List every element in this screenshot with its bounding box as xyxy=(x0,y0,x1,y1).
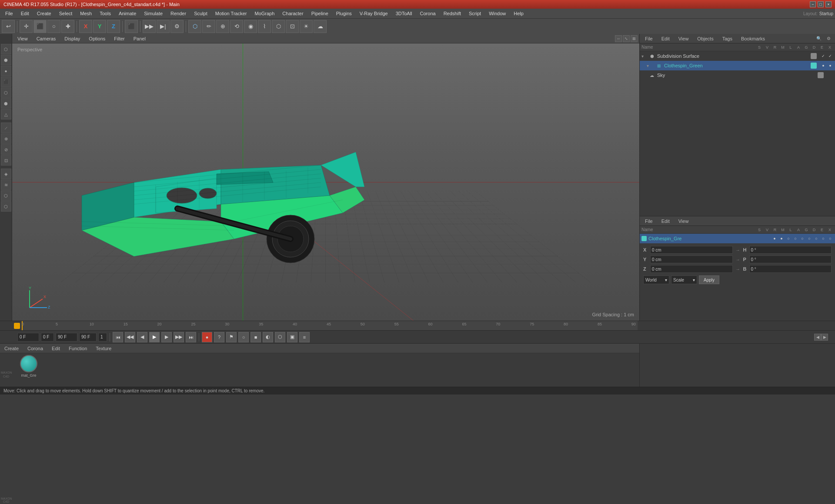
h-rotation-field[interactable]: 0 ° xyxy=(749,246,832,254)
vp-fullscreen-btn[interactable]: ⤡ xyxy=(623,35,630,42)
scroll-left-btn[interactable]: ◀ xyxy=(814,334,821,341)
vp-expand-btn[interactable]: ↔ xyxy=(615,35,622,42)
next-key-button[interactable]: ▶▶ xyxy=(174,332,184,342)
x-position-field[interactable]: 0 cm xyxy=(650,246,733,254)
deform-btn[interactable]: ⟲ xyxy=(230,20,243,33)
attr-tab-view[interactable]: View xyxy=(676,218,691,225)
menu-plugins[interactable]: Plugins xyxy=(333,10,355,17)
attr-icon-7[interactable]: ○ xyxy=(813,236,819,241)
step-field[interactable]: 1 xyxy=(98,333,107,342)
menu-pipeline[interactable]: Pipeline xyxy=(308,10,332,17)
sub-check-2[interactable]: ✓ xyxy=(827,54,833,58)
cloth-check-2[interactable]: ● xyxy=(827,63,833,68)
z-position-field[interactable]: 0 cm xyxy=(650,265,733,273)
b-rotation-field[interactable]: 0 ° xyxy=(749,265,832,273)
move-tool[interactable]: ✛ xyxy=(20,20,33,33)
record-button[interactable]: ● xyxy=(202,332,212,342)
obj-panel-tab-objects[interactable]: Objects xyxy=(695,35,716,42)
start-frame-field[interactable]: 0 F xyxy=(41,333,54,342)
vp-tab-filter[interactable]: Filter xyxy=(110,35,128,42)
timeline-ruler[interactable]: 0 5 10 15 20 25 30 35 40 45 50 55 60 65 … xyxy=(22,321,638,331)
cloth-check-1[interactable]: ● xyxy=(820,63,826,68)
maximize-button[interactable]: □ xyxy=(818,1,824,7)
sub-check-1[interactable]: ✓ xyxy=(820,54,826,58)
snap-btn[interactable]: ▣ xyxy=(287,332,297,342)
menu-vray[interactable]: V-Ray Bridge xyxy=(356,10,391,17)
mat-tab-corona[interactable]: Corona xyxy=(25,345,46,352)
light-btn[interactable]: ☀ xyxy=(300,20,313,33)
obj-row-clothespin[interactable]: ▾ ⊞ Clothespin_Green ● ● xyxy=(640,61,835,70)
prev-key-button[interactable]: ◀◀ xyxy=(125,332,135,342)
attr-tab-file[interactable]: File xyxy=(642,218,655,225)
menu-mesh[interactable]: Mesh xyxy=(77,10,95,17)
auto-key-button[interactable]: ○ xyxy=(238,332,249,342)
menu-corona[interactable]: Corona xyxy=(417,10,439,17)
menu-simulate[interactable]: Simulate xyxy=(140,10,166,17)
scale-dropdown[interactable]: Scale ▾ xyxy=(671,275,697,284)
sidebar-model-mode[interactable]: ⬡ xyxy=(1,44,11,54)
vp-tab-view[interactable]: View xyxy=(14,35,31,42)
mat-tab-function[interactable]: Function xyxy=(66,345,90,352)
keyframe-button[interactable]: ⚑ xyxy=(226,332,237,342)
nurbs-btn[interactable]: ⬡ xyxy=(272,20,285,33)
close-button[interactable]: × xyxy=(825,1,832,7)
sidebar-btn-7[interactable]: △ xyxy=(1,109,11,119)
obj-panel-tab-bookmarks[interactable]: Bookmarks xyxy=(738,35,768,42)
sidebar-mesh-mode[interactable]: ⬢ xyxy=(1,55,11,65)
scroll-right-btn[interactable]: ▶ xyxy=(821,334,828,341)
apply-button[interactable]: Apply xyxy=(699,275,719,284)
attr-icon-3[interactable]: ○ xyxy=(785,236,792,241)
mat-tab-edit[interactable]: Edit xyxy=(49,345,63,352)
attr-icon-2[interactable]: ● xyxy=(778,236,785,241)
sidebar-poly-mode[interactable]: ⬡ xyxy=(1,87,11,98)
obj-panel-tab-edit[interactable]: Edit xyxy=(659,35,672,42)
sidebar-btn-13[interactable]: ≋ xyxy=(1,179,11,190)
mat-tab-texture[interactable]: Texture xyxy=(93,345,114,352)
undo-button[interactable]: ↩ xyxy=(2,20,15,33)
attr-icon-1[interactable]: ● xyxy=(772,236,778,241)
rotate-tool[interactable]: ○ xyxy=(47,20,60,33)
sidebar-btn-15[interactable]: ⬡ xyxy=(1,201,11,212)
sidebar-btn-8[interactable]: ⟋ xyxy=(1,123,11,133)
play-button[interactable]: ▶ xyxy=(149,332,160,342)
sidebar-btn-10[interactable]: ⊘ xyxy=(1,144,11,155)
menu-sculpt[interactable]: Sculpt xyxy=(190,10,211,17)
viewport[interactable]: X Y Z xyxy=(12,43,639,321)
menu-redshift[interactable]: Redshift xyxy=(440,10,464,17)
render-active[interactable]: ▶| xyxy=(157,20,170,33)
sidebar-point-mode[interactable]: ● xyxy=(1,66,11,76)
field-btn[interactable]: ◉ xyxy=(244,20,257,33)
param-btn[interactable]: ⬡ xyxy=(275,332,285,342)
y-position-field[interactable]: 0 cm xyxy=(650,255,733,263)
attr-icon-9[interactable]: ○ xyxy=(827,236,833,241)
obj-settings-icon[interactable]: ⚙ xyxy=(825,35,832,43)
more-btn[interactable]: ≡ xyxy=(299,332,310,342)
obj-search-icon[interactable]: 🔍 xyxy=(815,35,823,43)
menu-render[interactable]: Render xyxy=(167,10,190,17)
menu-help[interactable]: Help xyxy=(510,10,527,17)
menu-animate[interactable]: Animate xyxy=(115,10,140,17)
attr-icon-5[interactable]: ○ xyxy=(799,236,805,241)
prev-frame-button[interactable]: ◀ xyxy=(137,332,147,342)
obj-panel-tab-tags[interactable]: Tags xyxy=(720,35,735,42)
clothespin-expand[interactable]: ▾ xyxy=(647,63,654,68)
to-start-button[interactable]: ⏮ xyxy=(113,332,123,342)
z-axis[interactable]: Z xyxy=(107,20,120,33)
minimize-button[interactable]: − xyxy=(810,1,816,7)
layout-value[interactable]: Startup xyxy=(819,11,833,16)
vp-tab-display[interactable]: Display xyxy=(61,35,84,42)
transform-tool[interactable]: ✚ xyxy=(61,20,74,33)
character-btn[interactable]: ☁ xyxy=(314,20,327,33)
menu-script[interactable]: Script xyxy=(465,10,484,17)
obj-panel-tab-view[interactable]: View xyxy=(676,35,691,42)
menu-mograph[interactable]: MoGraph xyxy=(251,10,278,17)
stop-button[interactable]: ? xyxy=(214,332,224,342)
camera-btn[interactable]: ⊡ xyxy=(286,20,299,33)
to-end-button[interactable]: ⏭ xyxy=(186,332,196,342)
x-axis[interactable]: X xyxy=(79,20,92,33)
motion-path-btn[interactable]: ■ xyxy=(250,332,261,342)
obj-panel-tab-file[interactable]: File xyxy=(642,35,655,42)
render-region[interactable]: ▶▶ xyxy=(143,20,156,33)
menu-window[interactable]: Window xyxy=(485,10,509,17)
end-frame-field[interactable]: 90 F xyxy=(56,333,77,342)
